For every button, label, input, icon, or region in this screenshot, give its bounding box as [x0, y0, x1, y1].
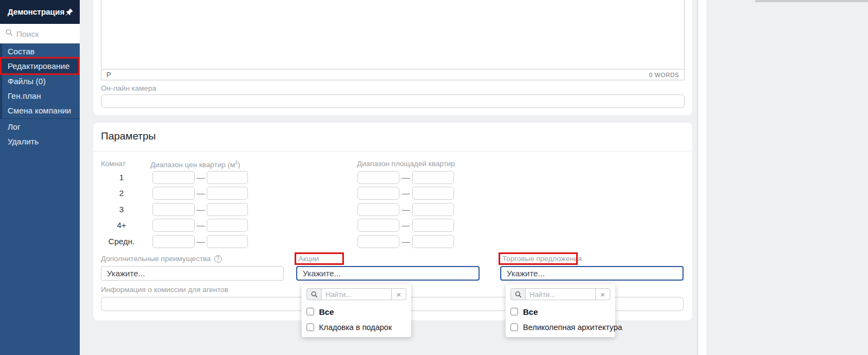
- clear-icon[interactable]: ×: [595, 288, 610, 300]
- dropdown-option-all[interactable]: Все: [307, 306, 406, 317]
- price-min-input[interactable]: [152, 235, 195, 248]
- price-max-input[interactable]: [207, 235, 248, 248]
- help-icon[interactable]: ?: [214, 255, 222, 263]
- offers-label: Торговые предложения: [502, 255, 582, 263]
- editor-content-area[interactable]: [101, 0, 684, 69]
- price-max-input[interactable]: [207, 187, 248, 200]
- checkbox[interactable]: [510, 324, 518, 331]
- range-dash: —: [196, 219, 206, 232]
- room-row-label: 3: [105, 203, 138, 216]
- checkbox[interactable]: [307, 308, 314, 315]
- price-min-input[interactable]: [152, 187, 195, 200]
- editor-status-bar: P 0 WORDS: [101, 69, 684, 80]
- area-max-input[interactable]: [412, 203, 454, 216]
- offers-input[interactable]: [500, 266, 684, 281]
- search-icon: [5, 29, 16, 39]
- online-camera-input[interactable]: [101, 94, 685, 108]
- area-min-input[interactable]: [358, 187, 399, 200]
- dropdown-search-row: ×: [307, 288, 406, 300]
- price-max-input[interactable]: [207, 219, 248, 232]
- screen: Демонстрация Состав Редактирование Файлы…: [0, 0, 868, 355]
- editor-word-count: 0 WORDS: [649, 72, 679, 78]
- sidebar-item-genplan[interactable]: Ген.план: [0, 88, 80, 103]
- area-min-input[interactable]: [358, 219, 399, 232]
- sidebar-header: Демонстрация: [0, 0, 80, 24]
- sidebar: Демонстрация Состав Редактирование Файлы…: [0, 0, 80, 355]
- parameters-header-divider: [93, 151, 692, 151]
- promotions-dropdown: × Все Кладовка в подарок: [302, 284, 411, 337]
- price-min-input[interactable]: [152, 203, 195, 216]
- checkbox[interactable]: [307, 324, 314, 331]
- sidebar-divider: [0, 118, 80, 119]
- dropdown-search-input[interactable]: [525, 288, 596, 300]
- promotions-label: Акции: [298, 255, 319, 263]
- price-max-input[interactable]: [207, 171, 248, 184]
- area-max-input[interactable]: [412, 235, 454, 248]
- range-dash: —: [400, 219, 411, 232]
- room-row-label: 4+: [105, 219, 138, 232]
- dropdown-option[interactable]: Великолепная архитектура: [510, 322, 610, 333]
- range-dash: —: [196, 203, 206, 216]
- range-dash: —: [400, 235, 411, 248]
- rooms-column-header: Комнат: [101, 160, 126, 168]
- room-row-avg: Средн. — —: [93, 235, 692, 248]
- editor-block-path: P: [106, 71, 111, 79]
- right-gutter: [698, 0, 706, 355]
- area-max-input[interactable]: [412, 219, 454, 232]
- area-min-input[interactable]: [358, 235, 399, 248]
- room-row-label: 2: [105, 187, 138, 200]
- range-dash: —: [196, 171, 206, 184]
- room-row-label: 1: [105, 171, 138, 184]
- sidebar-item-udalit[interactable]: Удалить: [0, 134, 80, 149]
- online-camera-label: Он-лайн камера: [101, 84, 156, 92]
- checkbox[interactable]: [510, 308, 518, 315]
- price-min-input[interactable]: [152, 219, 195, 232]
- price-min-input[interactable]: [152, 171, 195, 184]
- promotions-input[interactable]: [296, 266, 480, 281]
- pin-icon[interactable]: [65, 8, 73, 16]
- range-dash: —: [196, 187, 206, 200]
- advantages-input[interactable]: [101, 266, 284, 281]
- parameters-title: Параметры: [101, 130, 156, 142]
- advantages-label: Дополнительные преимущества ?: [101, 255, 222, 263]
- sidebar-item-faily[interactable]: Файлы (0): [0, 74, 80, 88]
- content-right-border: [698, 0, 698, 355]
- dropdown-search-row: ×: [510, 288, 610, 300]
- search-icon[interactable]: [307, 288, 322, 300]
- area-min-input[interactable]: [358, 203, 399, 216]
- area-max-input[interactable]: [412, 171, 454, 184]
- room-row-2: 2 — —: [93, 187, 692, 200]
- price-range-header: Диапазон цен квартир (м2): [150, 160, 240, 169]
- price-max-input[interactable]: [207, 203, 248, 216]
- sidebar-item-sostav[interactable]: Состав: [0, 44, 80, 59]
- sidebar-search-input[interactable]: [16, 29, 75, 39]
- room-row-label: Средн.: [105, 235, 138, 248]
- sidebar-title: Демонстрация: [8, 8, 65, 16]
- range-dash: —: [196, 235, 206, 248]
- range-dash: —: [400, 203, 411, 216]
- dropdown-option[interactable]: Кладовка в подарок: [307, 322, 406, 333]
- sidebar-item-smena-kompanii[interactable]: Смена компании: [0, 103, 80, 118]
- rich-text-editor: P 0 WORDS: [101, 0, 685, 80]
- range-dash: —: [400, 171, 411, 184]
- top-right-scroll-strip: [755, 0, 868, 2]
- offers-dropdown: × Все Великолепная архитектура: [506, 284, 615, 337]
- search-icon[interactable]: [510, 288, 526, 300]
- commission-label: Информация о комиссии для агентов: [101, 286, 228, 294]
- room-row-3: 3 — —: [93, 203, 692, 216]
- area-min-input[interactable]: [358, 171, 399, 184]
- clear-icon[interactable]: ×: [391, 288, 406, 300]
- area-range-header: Диапазон площадей квартир: [357, 160, 455, 168]
- sidebar-search: [0, 24, 80, 43]
- area-max-input[interactable]: [412, 187, 454, 200]
- room-row-4plus: 4+ — —: [93, 219, 692, 232]
- dropdown-option-all[interactable]: Все: [510, 306, 610, 317]
- sidebar-item-redaktirovanie[interactable]: Редактирование: [0, 59, 80, 73]
- sidebar-item-log[interactable]: Лог: [0, 119, 80, 134]
- room-row-1: 1 — —: [93, 171, 692, 184]
- range-dash: —: [400, 187, 411, 200]
- dropdown-search-input[interactable]: [321, 288, 392, 300]
